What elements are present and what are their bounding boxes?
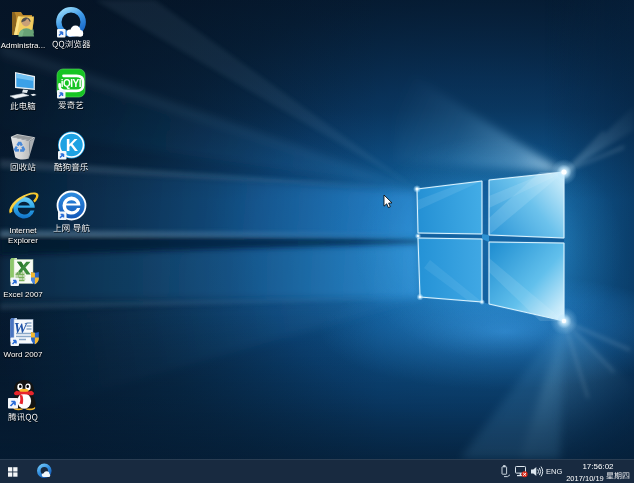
svg-text:iQIYI: iQIYI <box>61 78 82 89</box>
svg-text:ENG: ENG <box>546 467 562 476</box>
svg-text:K: K <box>66 136 79 155</box>
